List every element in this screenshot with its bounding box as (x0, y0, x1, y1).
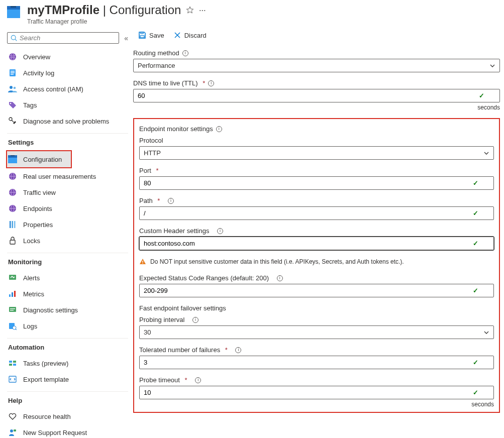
sidebar-item-configuration[interactable]: Configuration (7, 151, 71, 167)
failures-label: Tolerated number of failures * i (139, 346, 494, 354)
globe-icon (8, 188, 17, 197)
sidebar-item-label: New Support Request (23, 429, 87, 436)
sidebar-item-endpoints[interactable]: Endpoints (7, 200, 128, 216)
svg-rect-29 (12, 221, 14, 228)
sidebar-item-label: Tags (23, 101, 37, 109)
path-label: Path * i (139, 197, 494, 204)
info-icon[interactable]: i (235, 347, 241, 353)
svg-rect-10 (11, 72, 15, 73)
port-field[interactable] (144, 179, 473, 187)
timeout-unit: seconds (139, 401, 494, 408)
valid-check-icon: ✓ (479, 92, 484, 99)
svg-point-40 (13, 326, 16, 330)
ttl-unit: seconds (133, 104, 500, 111)
sidebar-item-diagnostic-settings[interactable]: Diagnostic settings (7, 302, 128, 318)
sidebar-item-metrics[interactable]: Metrics (7, 286, 128, 302)
svg-rect-49 (140, 36, 144, 38)
info-icon[interactable]: i (217, 228, 223, 234)
ttl-field[interactable] (138, 92, 479, 99)
info-icon[interactable]: i (277, 275, 283, 281)
sidebar-item-label: Overview (23, 53, 50, 61)
svg-rect-45 (13, 364, 16, 366)
custom-header-field[interactable] (144, 240, 473, 247)
info-icon[interactable]: i (208, 80, 214, 86)
diagnostic-settings-icon (8, 305, 17, 314)
info-icon[interactable]: i (192, 317, 198, 323)
globe-icon (8, 172, 17, 181)
sidebar-item-locks[interactable]: Locks (7, 233, 128, 249)
failures-field[interactable] (144, 359, 473, 366)
favorite-star-button[interactable] (186, 6, 194, 14)
sidebar-item-traffic-view[interactable]: Traffic view (7, 184, 128, 200)
svg-point-47 (10, 429, 13, 432)
ttl-input[interactable]: ✓ (133, 89, 500, 102)
port-input[interactable]: ✓ (139, 176, 494, 190)
sidebar: « Overview Activity log Access control (… (0, 28, 128, 438)
custom-header-input[interactable]: ✓ (139, 237, 494, 250)
page-title: myTMProfile | Configuration (27, 3, 181, 17)
path-input[interactable]: ✓ (139, 206, 494, 220)
svg-rect-18 (11, 155, 15, 156)
discard-button[interactable]: Discard (173, 31, 207, 39)
failures-input[interactable]: ✓ (139, 356, 494, 369)
more-actions-button[interactable]: ··· (199, 7, 206, 14)
sidebar-group-settings: Settings (7, 134, 128, 150)
search-input[interactable] (18, 34, 116, 42)
sidebar-item-activity-log[interactable]: Activity log (7, 65, 128, 81)
save-label: Save (149, 32, 164, 39)
svg-rect-50 (141, 32, 143, 34)
sidebar-item-resource-health[interactable]: Resource health (7, 408, 128, 424)
collapse-sidebar-button[interactable]: « (124, 34, 128, 42)
save-button[interactable]: Save (138, 31, 164, 39)
valid-check-icon: ✓ (473, 287, 478, 294)
sidebar-item-overview[interactable]: Overview (7, 49, 128, 65)
sidebar-item-support-request[interactable]: New Support Request (7, 424, 128, 438)
sidebar-item-real-user[interactable]: Real user measurements (7, 168, 128, 184)
sidebar-item-diagnose[interactable]: Diagnose and solve problems (7, 113, 128, 129)
sidebar-item-properties[interactable]: Properties (7, 216, 128, 233)
failover-section: Fast endpoint failover settings (139, 304, 494, 312)
interval-select[interactable]: 30 (139, 325, 494, 339)
sidebar-item-alerts[interactable]: Alerts (7, 270, 128, 286)
svg-rect-9 (11, 71, 15, 72)
valid-check-icon: ✓ (473, 359, 478, 366)
routing-method-select[interactable]: Performance (133, 59, 500, 72)
path-field[interactable] (144, 209, 473, 217)
status-codes-field[interactable] (144, 287, 473, 294)
sidebar-group-automation: Automation (7, 339, 128, 355)
svg-point-12 (10, 86, 13, 89)
sidebar-item-tasks[interactable]: Tasks (preview) (7, 355, 128, 371)
interval-label: Probing interval i (139, 316, 494, 323)
svg-rect-2 (11, 6, 16, 8)
port-label: Port * (139, 167, 494, 174)
protocol-label: Protocol (139, 137, 494, 144)
sidebar-search[interactable] (7, 32, 119, 44)
chevron-down-icon (483, 150, 489, 156)
svg-line-5 (15, 39, 17, 40)
info-icon[interactable]: i (195, 377, 201, 383)
properties-icon (8, 220, 17, 229)
metrics-icon (8, 289, 17, 298)
svg-rect-34 (12, 292, 13, 297)
info-icon[interactable]: i (168, 198, 174, 204)
alerts-icon (8, 273, 17, 282)
status-codes-input[interactable]: ✓ (139, 284, 494, 297)
svg-rect-38 (10, 310, 14, 310)
tags-icon (8, 100, 17, 110)
info-icon[interactable]: i (216, 126, 222, 132)
title-section: Configuration (110, 3, 181, 17)
protocol-select[interactable]: HTTP (139, 146, 494, 160)
sidebar-item-access-control[interactable]: Access control (IAM) (7, 81, 128, 97)
sidebar-item-tags[interactable]: Tags (7, 97, 128, 113)
sidebar-item-label: Diagnose and solve problems (23, 118, 109, 125)
sidebar-item-logs[interactable]: Logs (7, 318, 128, 334)
svg-point-6 (9, 53, 16, 60)
export-template-icon (8, 375, 17, 384)
svg-rect-54 (142, 263, 143, 264)
valid-check-icon: ✓ (473, 240, 478, 247)
timeout-field[interactable] (144, 389, 473, 396)
timeout-input[interactable]: ✓ (139, 386, 494, 399)
info-icon[interactable]: i (182, 50, 188, 56)
sidebar-item-export-template[interactable]: Export template (7, 371, 128, 387)
sidebar-item-label: Real user measurements (23, 173, 96, 180)
